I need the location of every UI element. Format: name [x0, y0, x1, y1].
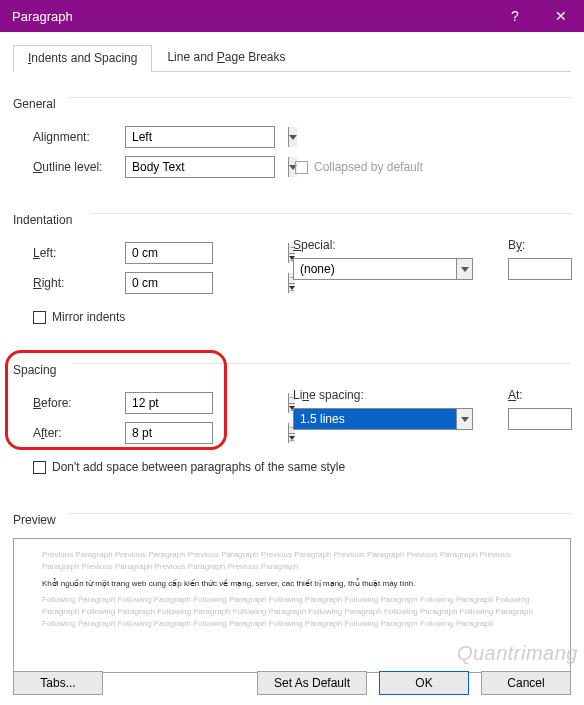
before-spacing-spinner[interactable] — [125, 392, 213, 414]
general-section: General Alignment: Outline level: — [13, 88, 571, 188]
checkbox-icon — [295, 161, 308, 174]
by-spinner[interactable] — [508, 258, 572, 280]
general-heading: General — [13, 97, 56, 111]
alignment-value[interactable] — [126, 127, 288, 147]
dialog-footer: Tabs... Set As Default OK Cancel — [13, 671, 571, 695]
outline-value[interactable] — [126, 157, 288, 177]
dont-add-space-label: Don't add space between paragraphs of th… — [52, 460, 345, 474]
collapsed-checkbox: Collapsed by default — [295, 160, 423, 174]
linespacing-label: Line spacing: — [293, 388, 413, 402]
right-indent-spinner[interactable] — [125, 272, 213, 294]
preview-previous-text: Previous Paragraph Previous Paragraph Pr… — [42, 549, 542, 573]
alignment-dropdown-button[interactable] — [288, 127, 297, 147]
at-spinner[interactable] — [508, 408, 572, 430]
before-spacing-label: Before: — [33, 396, 125, 410]
indentation-section: Indentation Left: Right: — [13, 204, 571, 338]
collapsed-label: Collapsed by default — [314, 160, 423, 174]
titlebar: Paragraph ? ✕ — [0, 0, 584, 32]
alignment-label: Alignment: — [33, 130, 125, 144]
spacing-heading: Spacing — [13, 363, 56, 377]
by-label: By: — [508, 238, 572, 252]
mirror-indents-label: Mirror indents — [52, 310, 125, 324]
preview-heading: Preview — [13, 513, 56, 527]
checkbox-icon — [33, 461, 46, 474]
indentation-heading: Indentation — [13, 213, 72, 227]
preview-sample-text: Khởi nguồn từ một trang web cung cấp kiế… — [42, 579, 542, 588]
window-title: Paragraph — [12, 9, 492, 24]
preview-following-text: Following Paragraph Following Paragraph … — [42, 594, 542, 630]
at-label: At: — [508, 388, 572, 402]
checkbox-icon — [33, 311, 46, 324]
set-as-default-button[interactable]: Set As Default — [257, 671, 367, 695]
tab-row: Indents and Spacing Line and Page Breaks — [13, 44, 571, 72]
left-indent-spinner[interactable] — [125, 242, 213, 264]
preview-section: Preview Previous Paragraph Previous Para… — [13, 504, 571, 679]
ok-button[interactable]: OK — [379, 671, 469, 695]
outline-label: Outline level: — [33, 160, 125, 174]
spacing-section: Spacing Before: After: — [13, 354, 571, 488]
help-button[interactable]: ? — [492, 0, 538, 32]
after-spacing-label: After: — [33, 426, 125, 440]
chevron-down-icon — [289, 135, 297, 140]
tabs-button[interactable]: Tabs... — [13, 671, 103, 695]
mirror-indents-checkbox[interactable]: Mirror indents — [33, 310, 125, 324]
tab-line-page-breaks[interactable]: Line and Page Breaks — [152, 44, 300, 71]
alignment-combo[interactable] — [125, 126, 275, 148]
cancel-button[interactable]: Cancel — [481, 671, 571, 695]
special-label: Special: — [293, 238, 413, 252]
after-spacing-spinner[interactable] — [125, 422, 213, 444]
close-button[interactable]: ✕ — [538, 0, 584, 32]
right-indent-label: Right: — [33, 276, 125, 290]
by-value[interactable] — [509, 259, 584, 279]
left-indent-label: Left: — [33, 246, 125, 260]
at-value[interactable] — [509, 409, 584, 429]
dont-add-space-checkbox[interactable]: Don't add space between paragraphs of th… — [33, 460, 345, 474]
tab-indents-spacing[interactable]: Indents and Spacing — [13, 45, 152, 72]
preview-box: Previous Paragraph Previous Paragraph Pr… — [13, 538, 571, 673]
outline-combo[interactable] — [125, 156, 275, 178]
